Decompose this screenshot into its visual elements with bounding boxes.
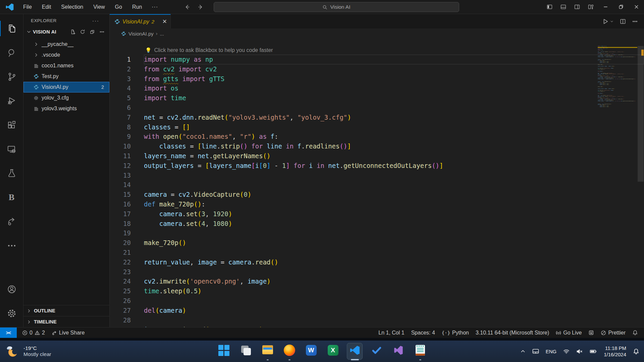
code-line-13[interactable]: 13 bbox=[110, 171, 644, 180]
code-line-28[interactable]: 28 bbox=[110, 315, 644, 325]
menu-view[interactable]: View bbox=[89, 2, 109, 12]
live-share-status[interactable]: Live Share bbox=[48, 330, 88, 336]
cursor-position[interactable]: Ln 1, Col 1 bbox=[375, 330, 408, 336]
restore-button[interactable] bbox=[613, 0, 629, 14]
tray-chevron-up-icon[interactable] bbox=[520, 349, 526, 354]
wifi-icon[interactable] bbox=[563, 349, 570, 354]
problems-status[interactable]: 0 2 bbox=[19, 330, 48, 336]
new-file-icon[interactable] bbox=[70, 29, 75, 35]
activity-blackbox[interactable]: B bbox=[0, 187, 23, 208]
file-explorer-button[interactable] bbox=[260, 343, 275, 360]
task-view-button[interactable] bbox=[238, 343, 254, 360]
workspace-section-header[interactable]: VISION AI bbox=[23, 27, 109, 37]
notification-bell-icon[interactable] bbox=[633, 348, 639, 355]
explorer-more[interactable]: ··· bbox=[92, 18, 99, 23]
remote-indicator[interactable]: >< bbox=[0, 327, 17, 338]
code-line-24[interactable]: 24cv2.imwrite('opencv0.png', image) bbox=[110, 277, 644, 286]
code-line-4[interactable]: 4import os bbox=[110, 83, 644, 93]
settings-button[interactable] bbox=[0, 303, 23, 324]
code-line-5[interactable]: 5import time bbox=[110, 93, 644, 103]
code-line-17[interactable]: 17camera.set(3, 1920) bbox=[110, 209, 644, 219]
activity-more[interactable] bbox=[0, 235, 23, 256]
vscode-taskbar-button[interactable] bbox=[347, 343, 363, 360]
timeline-panel-header[interactable]: TIMELINE bbox=[23, 316, 109, 327]
activity-live-share[interactable] bbox=[0, 211, 23, 232]
editor-more-icon[interactable] bbox=[632, 18, 638, 24]
collapse-folders-icon[interactable] bbox=[90, 29, 95, 35]
code-line-3[interactable]: 3from gtts import gTTS bbox=[110, 74, 644, 84]
excel-button[interactable]: X bbox=[325, 343, 341, 360]
scrollbar-slider[interactable] bbox=[638, 46, 644, 182]
code-line-14[interactable]: 14 bbox=[110, 180, 644, 190]
customize-layout-icon[interactable] bbox=[584, 0, 598, 14]
menu-run[interactable]: Run bbox=[128, 2, 146, 12]
weather-widget[interactable]: -19°C Mostly clear bbox=[0, 344, 101, 359]
clock[interactable]: 11:18 PM 1/16/2024 bbox=[604, 345, 626, 358]
code-line-20[interactable]: 20make_720p() bbox=[110, 238, 644, 248]
code-line-22[interactable]: 22return_value, image = camera.read() bbox=[110, 257, 644, 267]
menu-selection[interactable]: Selection bbox=[57, 2, 88, 12]
activity-search[interactable] bbox=[0, 42, 23, 63]
toggle-secondary-sidebar-icon[interactable] bbox=[570, 0, 584, 14]
touchpad-icon[interactable] bbox=[532, 348, 539, 354]
more-actions-icon[interactable] bbox=[99, 29, 105, 35]
notifications-button[interactable] bbox=[629, 330, 641, 336]
activity-testing[interactable] bbox=[0, 163, 23, 184]
volume-muted-icon[interactable] bbox=[576, 349, 583, 354]
code-line-1[interactable]: 1import numpy as np bbox=[110, 55, 644, 64]
menu-edit[interactable]: Edit bbox=[38, 2, 56, 12]
activity-explorer[interactable] bbox=[0, 18, 23, 39]
activity-extensions[interactable] bbox=[0, 115, 23, 135]
code-line-27[interactable]: 27del(camera) bbox=[110, 306, 644, 315]
folder-row-__pycache__[interactable]: __pycache__ bbox=[23, 39, 109, 50]
toggle-primary-sidebar-icon[interactable] bbox=[543, 0, 556, 14]
code-line-6[interactable]: 6 bbox=[110, 103, 644, 113]
nav-forward-icon[interactable] bbox=[198, 4, 204, 10]
code-line-21[interactable]: 21 bbox=[110, 248, 644, 257]
code-line-19[interactable]: 19 bbox=[110, 228, 644, 238]
activity-source-control[interactable] bbox=[0, 66, 23, 87]
indentation-status[interactable]: Spaces: 4 bbox=[408, 330, 438, 336]
file-row-yolov3.weights[interactable]: yolov3.weights bbox=[23, 103, 109, 114]
file-row-Test.py[interactable]: Test.py bbox=[23, 71, 109, 82]
code-line-15[interactable]: 15camera = cv2.VideoCapture(0) bbox=[110, 190, 644, 199]
toggle-panel-icon[interactable] bbox=[556, 0, 570, 14]
activity-run-debug[interactable] bbox=[0, 90, 23, 111]
code-line-26[interactable]: 26 bbox=[110, 296, 644, 306]
breadcrumb-more[interactable]: ... bbox=[160, 31, 164, 37]
code-line-8[interactable]: 8classes = [] bbox=[110, 122, 644, 132]
tab-visionai[interactable]: VisionAI.py 2 ✕ bbox=[110, 14, 171, 28]
code-line-23[interactable]: 23 bbox=[110, 267, 644, 277]
code-line-29[interactable]: 29img = cv2.imread("opencv0.png") bbox=[110, 325, 644, 327]
refresh-icon[interactable] bbox=[80, 29, 85, 35]
code-line-12[interactable]: 12output_layers = [layers_name[i[0] - 1]… bbox=[110, 161, 644, 171]
todo-button[interactable] bbox=[369, 343, 384, 360]
firefox-button[interactable] bbox=[281, 343, 297, 360]
battery-icon[interactable] bbox=[590, 349, 597, 354]
activity-remote-explorer[interactable] bbox=[0, 139, 23, 160]
outline-panel-header[interactable]: OUTLINE bbox=[23, 305, 109, 316]
notepad-button[interactable] bbox=[412, 343, 428, 360]
language-mode[interactable]: {·}Python bbox=[438, 330, 472, 336]
account-button[interactable] bbox=[0, 279, 23, 300]
extension-grid-button[interactable] bbox=[585, 330, 597, 336]
code-line-11[interactable]: 11layers_name = net.getLayerNames() bbox=[110, 151, 644, 161]
split-editor-icon[interactable] bbox=[620, 18, 626, 24]
file-row-VisionAI.py[interactable]: VisionAI.py2 bbox=[23, 82, 109, 93]
tab-close-icon[interactable]: ✕ bbox=[162, 19, 167, 24]
code-line-16[interactable]: 16def make_720p(): bbox=[110, 199, 644, 209]
file-row-coco1.names[interactable]: coco1.names bbox=[23, 60, 109, 71]
word-button[interactable]: W bbox=[303, 343, 319, 360]
folder-row-.vscode[interactable]: .vscode bbox=[23, 50, 109, 60]
close-button[interactable] bbox=[629, 0, 644, 14]
code-line-2[interactable]: 2from cv2 import cv2 bbox=[110, 64, 644, 74]
python-interpreter[interactable]: 3.10.11 64-bit (Microsoft Store) bbox=[472, 330, 552, 336]
run-button[interactable] bbox=[602, 18, 614, 25]
code-line-25[interactable]: 25time.sleep(0.5) bbox=[110, 286, 644, 296]
menu-overflow[interactable]: ··· bbox=[148, 2, 162, 12]
menu-go[interactable]: Go bbox=[111, 2, 126, 12]
code-line-10[interactable]: 10classes = [line.strip() for line in f.… bbox=[110, 141, 644, 151]
minimap[interactable]: import numpy as npfrom cv2 import cv2fro… bbox=[598, 46, 637, 327]
code-line-7[interactable]: 7net = cv2.dnn.readNet("yolov3.weights",… bbox=[110, 113, 644, 122]
code-editor[interactable]: 💡 Click here to ask Blackbox to help you… bbox=[110, 39, 644, 327]
